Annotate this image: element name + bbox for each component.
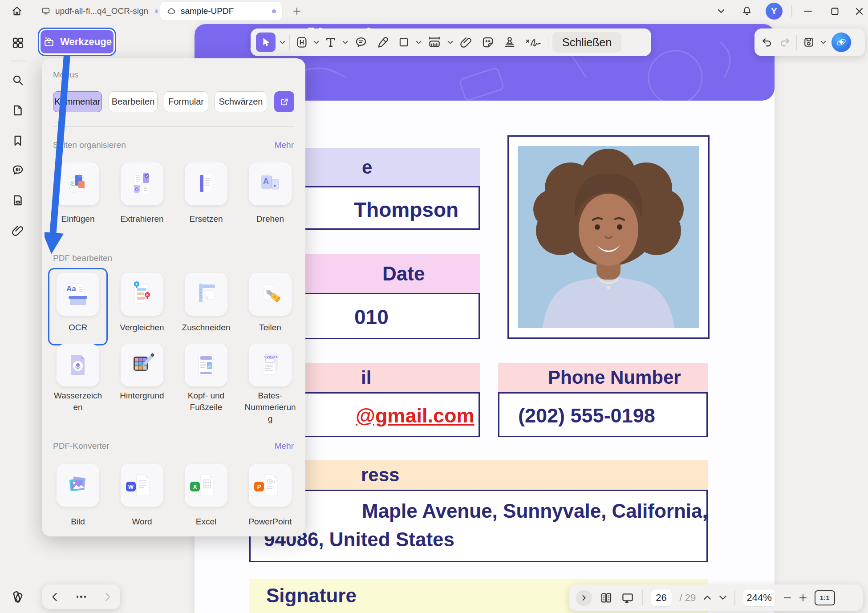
tool-tile-ersetzen[interactable] <box>185 162 227 205</box>
date-header-text: Date <box>382 263 425 285</box>
undo-button[interactable] <box>761 36 773 49</box>
shape-tool-dropdown[interactable] <box>416 41 422 45</box>
text-tool-dropdown[interactable] <box>342 41 348 45</box>
tool-tile-hintergrund[interactable] <box>121 344 163 386</box>
tile-label: Teilen <box>243 322 297 333</box>
tool-tile-word[interactable]: W <box>121 464 163 507</box>
email-value-text[interactable]: @gmail.com <box>356 404 474 427</box>
email-header-text: il <box>361 367 371 389</box>
measure-tool-dropdown[interactable] <box>447 41 453 45</box>
signature-tool-button[interactable] <box>523 32 544 52</box>
stamp-tool-button[interactable] <box>501 32 519 52</box>
view-control-bar: 26 / 29 244% 1:1 <box>569 585 863 611</box>
zoom-in-button[interactable] <box>799 594 807 602</box>
two-page-view-button[interactable] <box>600 591 613 605</box>
text-tool-button[interactable] <box>323 32 338 52</box>
tool-tile-excel[interactable]: X <box>185 464 227 507</box>
tool-tile-teilen[interactable] <box>249 273 292 316</box>
organize-more-link[interactable]: Mehr <box>275 140 294 150</box>
werkzeuge-button[interactable]: Werkzeuge <box>41 30 114 53</box>
measure-tool-button[interactable] <box>426 32 443 52</box>
grid-icon <box>11 36 24 49</box>
tab-sample-updf[interactable]: sample-UPDF <box>160 2 282 20</box>
tool-tile-zuschneiden[interactable] <box>185 273 227 316</box>
notifications-button[interactable] <box>739 3 755 19</box>
tile-label: Einfügen <box>51 213 105 225</box>
tool-tile-bild[interactable] <box>57 464 99 507</box>
save-dropdown[interactable] <box>820 41 826 45</box>
new-tab-button[interactable] <box>290 4 304 18</box>
ai-assistant-button[interactable] <box>831 32 851 52</box>
minimize-button[interactable] <box>799 3 817 19</box>
home-button[interactable] <box>7 3 27 20</box>
tool-tile-powerpoint[interactable]: P <box>249 464 292 507</box>
zoom-out-button[interactable] <box>783 594 791 602</box>
next-page-chevron[interactable] <box>719 595 727 600</box>
tool-tile-vergleichen[interactable] <box>121 273 163 316</box>
left-sidebar <box>0 22 36 613</box>
tool-tile-ocr[interactable]: Aa <box>57 273 99 316</box>
cursor-icon <box>260 37 271 48</box>
attachments-button[interactable] <box>10 223 26 239</box>
pages-panel-button[interactable] <box>10 102 26 118</box>
tabs-dropdown-button[interactable] <box>712 5 730 17</box>
maximize-button[interactable] <box>825 3 844 19</box>
sticker-tool-button[interactable] <box>479 32 497 52</box>
save-button[interactable] <box>803 36 815 49</box>
page-nav-pill <box>42 585 120 609</box>
tool-tile-drehen[interactable]: A <box>249 162 292 205</box>
divider <box>548 35 549 50</box>
bookmarks-button[interactable] <box>10 133 26 149</box>
apps-grid-button[interactable] <box>10 35 26 51</box>
select-tool-button[interactable] <box>256 32 276 52</box>
swatches-button[interactable] <box>9 588 28 606</box>
tool-tile-extrahieren[interactable] <box>121 162 163 205</box>
pen-tool-button[interactable] <box>374 32 392 52</box>
mode-kommentar-button[interactable]: Kommentar <box>53 91 102 112</box>
comments-panel-button[interactable] <box>10 162 26 178</box>
tool-tile-wasserzeichen[interactable] <box>57 344 99 386</box>
address-field-header: ress <box>249 460 708 490</box>
account-avatar[interactable]: Y <box>766 3 783 20</box>
tool-tile-einfuegen[interactable] <box>57 162 99 205</box>
highlight-tool-button[interactable] <box>294 32 309 52</box>
close-toolbar-button[interactable]: Schließen <box>552 32 621 53</box>
actual-size-button[interactable]: 1:1 <box>815 590 835 605</box>
tab-ocr-sign[interactable]: updf-all-fi...q4_OCR-sign <box>41 3 158 20</box>
thumbnails-button[interactable] <box>10 192 26 208</box>
address-header-text: ress <box>361 464 399 486</box>
mode-bearbeiten-button[interactable]: Bearbeiten <box>109 91 158 112</box>
mode-formular-button[interactable]: Formular <box>164 91 208 112</box>
next-page-button[interactable] <box>105 593 111 601</box>
mode-share-button[interactable] <box>274 91 294 112</box>
shape-tool-button[interactable] <box>396 32 412 52</box>
presentation-button[interactable] <box>621 591 635 605</box>
convert-more-link[interactable]: Mehr <box>275 441 294 451</box>
attach-tool-button[interactable] <box>457 32 475 52</box>
mode-label: Schwärzen <box>219 97 263 107</box>
address-field-value[interactable]: Maple Avenue, Sunnyvale, California, 940… <box>249 490 708 562</box>
tool-tile-bates[interactable]: 000123 <box>249 344 292 386</box>
zoom-level-input[interactable]: 244% <box>743 589 776 607</box>
more-pages-button[interactable] <box>77 596 86 598</box>
tile-label: Vergleichen <box>115 322 169 333</box>
maximize-icon <box>831 8 839 15</box>
mode-schwaerzen-button[interactable]: Schwärzen <box>215 91 267 112</box>
collapse-bar-button[interactable] <box>576 590 592 606</box>
phone-field-value[interactable]: (202) 555-0198 <box>498 392 708 437</box>
address-line1-text: Maple Avenue, Sunnyvale, California, <box>362 500 708 522</box>
close-button[interactable] <box>850 3 868 19</box>
prev-page-button[interactable] <box>51 593 57 601</box>
highlight-tool-dropdown[interactable] <box>313 41 319 45</box>
previous-page-chevron[interactable] <box>703 595 711 600</box>
tile-label: Excel <box>179 516 233 528</box>
tile-art-text: A <box>263 177 269 186</box>
search-button[interactable] <box>10 72 26 88</box>
comment-tool-button[interactable] <box>352 32 370 52</box>
select-tool-dropdown[interactable] <box>280 41 285 45</box>
signature-header-text: Signature <box>266 585 357 607</box>
tool-tile-kopf-fusszeile[interactable] <box>185 344 227 386</box>
ruler-icon <box>427 35 442 49</box>
redo-button[interactable] <box>779 36 791 49</box>
page-number-input[interactable]: 26 <box>651 589 672 607</box>
